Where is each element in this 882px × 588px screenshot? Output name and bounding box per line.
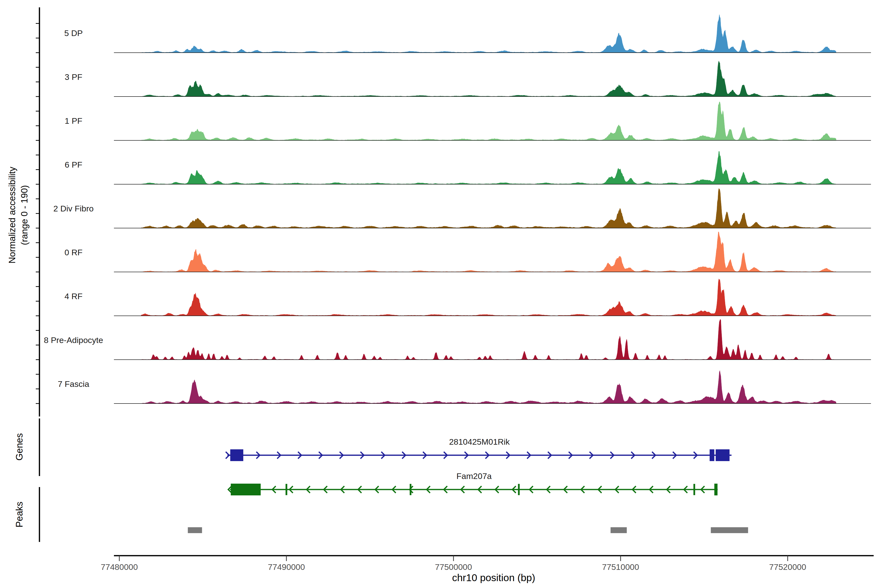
track-label-5-DP: 5 DP	[64, 28, 83, 38]
x-axis-title: chr10 position (bp)	[452, 572, 536, 584]
gene-exon	[714, 484, 718, 495]
gene-models-layer: 2810425M01RikFam207a	[226, 437, 732, 495]
gene-exon	[231, 484, 261, 495]
x-tick-label-77480000: 77480000	[101, 562, 138, 572]
coverage-track-area-7-Fascia	[141, 370, 836, 404]
gene-label-2810425M01Rik: 2810425M01Rik	[449, 437, 510, 446]
coverage-track-area-3-PF	[141, 61, 836, 96]
coverage-track-area-0-RF	[141, 232, 836, 272]
peaks-section-label: Peaks	[14, 501, 24, 528]
coverage-track-area-2-Div-Fibro	[141, 188, 836, 228]
axes-layer	[36, 8, 874, 561]
coverage-track-area-4-RF	[141, 279, 836, 316]
coverage-plot-figure: Normalized accessibility (range 0 - 190)…	[0, 0, 882, 588]
y-axis-label-line2: (range 0 - 190)	[20, 185, 29, 245]
plot-canvas: Normalized accessibility (range 0 - 190)…	[0, 0, 882, 588]
peak-call-bar	[711, 527, 748, 533]
peak-call-bar	[610, 527, 627, 533]
gene-label-Fam207a: Fam207a	[456, 471, 492, 481]
coverage-track-area-6-PF	[141, 151, 836, 184]
track-label-4-RF: 4 RF	[64, 291, 82, 301]
gene-exon	[230, 449, 243, 461]
track-baselines-layer	[114, 52, 871, 404]
gene-model-2810425M01Rik: 2810425M01Rik	[226, 437, 732, 461]
peak-calls-layer	[188, 527, 748, 533]
track-labels-layer: 5 DP3 PF1 PF6 PF2 Div Fibro0 RF4 RF8 Pre…	[44, 28, 103, 388]
coverage-areas-layer	[141, 15, 836, 404]
coverage-track-area-8-Pre-Adipocyte	[141, 319, 836, 360]
peak-call-bar	[188, 527, 202, 533]
track-label-1-PF: 1 PF	[64, 116, 82, 126]
gene-exon-thin	[286, 484, 287, 495]
gene-exon-thin	[693, 484, 695, 495]
track-label-3-PF: 3 PF	[64, 72, 82, 82]
gene-exon	[716, 449, 730, 461]
track-label-2-Div-Fibro: 2 Div Fibro	[53, 204, 94, 213]
coverage-track-area-1-PF	[141, 102, 836, 140]
track-label-7-Fascia: 7 Fascia	[58, 379, 89, 388]
genes-section-label: Genes	[14, 433, 24, 460]
track-label-0-RF: 0 RF	[64, 248, 82, 257]
y-axis-label-line1: Normalized accessibility	[7, 166, 17, 263]
gene-exon-thin	[410, 484, 411, 495]
x-tick-label-77500000: 77500000	[435, 562, 472, 572]
x-tick-label-77510000: 77510000	[602, 562, 639, 572]
track-label-6-PF: 6 PF	[64, 160, 82, 169]
x-tick-labels-layer: 7748000077490000775000007751000077520000	[101, 562, 806, 572]
gene-model-Fam207a: Fam207a	[228, 471, 718, 495]
x-tick-label-77490000: 77490000	[268, 562, 305, 572]
coverage-track-area-5-DP	[141, 15, 836, 52]
gene-exon	[710, 449, 714, 461]
x-tick-label-77520000: 77520000	[769, 562, 806, 572]
gene-exon-thin	[518, 484, 520, 495]
track-label-8-Pre-Adipocyte: 8 Pre-Adipocyte	[44, 335, 103, 345]
strand-chevron	[226, 452, 229, 459]
